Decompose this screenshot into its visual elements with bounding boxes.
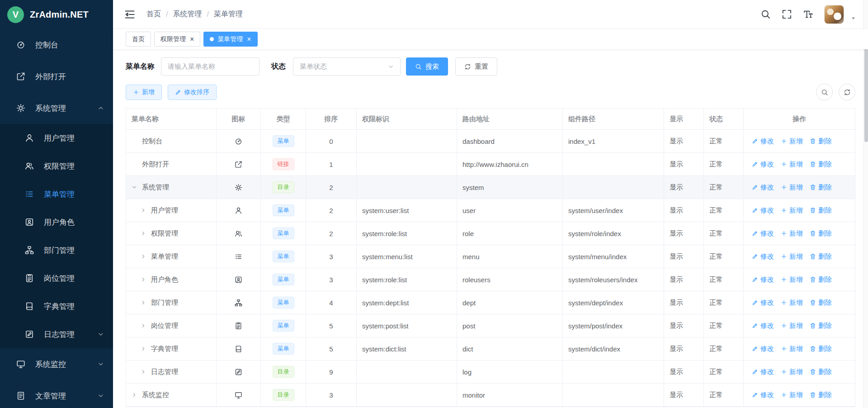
delete-link[interactable]: 删除 [810, 275, 832, 284]
sidebar-item-article[interactable]: 文章管理 [0, 380, 113, 408]
tab-role[interactable]: 权限管理× [154, 32, 200, 47]
edit-link[interactable]: 修改 [752, 275, 774, 284]
table-row[interactable]: 用户角色菜单3system:role:listroleuserssystem/r… [126, 268, 855, 291]
table-row[interactable]: 系统管理目录2system显示正常修改新增删除 [126, 176, 855, 199]
delete-link[interactable]: 删除 [810, 322, 832, 330]
add-link[interactable]: 新增 [781, 206, 803, 215]
sidebar-item-user[interactable]: 用户管理 [0, 124, 113, 152]
chevron-up-icon [98, 105, 104, 111]
sidebar-item-dict[interactable]: 字典管理 [0, 292, 113, 320]
collapse-menu-icon[interactable] [124, 9, 136, 20]
search-button[interactable]: 搜索 [406, 57, 448, 76]
delete-link[interactable]: 删除 [810, 183, 832, 192]
toggle-search-button[interactable] [816, 84, 833, 100]
add-link[interactable]: 新增 [781, 391, 803, 399]
add-link[interactable]: 新增 [781, 368, 803, 376]
add-link[interactable]: 新增 [781, 160, 803, 169]
add-button[interactable]: 新增 [126, 85, 162, 100]
breadcrumb-item[interactable]: 菜单管理 [214, 9, 243, 19]
table-row[interactable]: 岗位管理菜单5system:post:listpostsystem/post/i… [126, 314, 855, 337]
sidebar-item-post[interactable]: 岗位管理 [0, 264, 113, 292]
pencil-icon [175, 89, 181, 95]
edit-link[interactable]: 修改 [752, 137, 774, 146]
table-row[interactable]: 菜单管理菜单3system:menu:listmenusystem/menu/i… [126, 245, 855, 268]
delete-link[interactable]: 删除 [810, 299, 832, 307]
add-link[interactable]: 新增 [781, 137, 803, 146]
table-row[interactable]: 部门管理菜单4system:dept:listdeptsystem/dept/i… [126, 291, 855, 314]
add-link[interactable]: 新增 [781, 299, 803, 307]
delete-link[interactable]: 删除 [810, 368, 832, 376]
user-icon [25, 133, 34, 142]
expand-toggle[interactable] [141, 254, 151, 259]
font-size-icon[interactable] [803, 9, 813, 19]
expand-toggle[interactable] [141, 346, 151, 351]
sidebar-item-system[interactable]: 系统管理 [0, 92, 113, 124]
reset-button[interactable]: 重置 [455, 57, 497, 76]
avatar[interactable] [824, 5, 844, 24]
table-row[interactable]: 字典管理菜单5system:dict:listdictsystem/dict/i… [126, 337, 855, 361]
delete-link[interactable]: 删除 [810, 345, 832, 353]
menu-name-input[interactable]: 请输入菜单名称 [161, 57, 259, 76]
expand-toggle[interactable] [132, 185, 142, 190]
page-scrollbar[interactable] [863, 0, 868, 408]
breadcrumb-item[interactable]: 首页 [146, 9, 161, 19]
expand-toggle[interactable] [141, 300, 151, 305]
add-link[interactable]: 新增 [781, 252, 803, 261]
close-icon[interactable]: × [247, 36, 251, 43]
table-row[interactable]: 日志管理目录9log显示正常修改新增删除 [126, 361, 855, 384]
table-row[interactable]: 控制台菜单0dashboardindex_v1显示正常修改新增删除 [126, 130, 855, 153]
edit-link[interactable]: 修改 [752, 229, 774, 238]
add-link[interactable]: 新增 [781, 229, 803, 238]
expand-toggle[interactable] [141, 369, 151, 375]
sidebar-item-monitor[interactable]: 系统监控 [0, 348, 113, 380]
delete-link[interactable]: 删除 [810, 252, 832, 261]
table-row[interactable]: 系统监控目录3monitor显示正常修改新增删除 [126, 384, 855, 407]
edit-link[interactable]: 修改 [752, 252, 774, 261]
visible-cell: 显示 [664, 245, 704, 268]
edit-sort-button[interactable]: 修改排序 [168, 85, 217, 100]
add-link[interactable]: 新增 [781, 183, 803, 192]
breadcrumb-item[interactable]: 系统管理 [173, 9, 202, 19]
edit-link[interactable]: 修改 [752, 368, 774, 376]
add-link[interactable]: 新增 [781, 322, 803, 330]
sidebar-item-roleusers[interactable]: 用户角色 [0, 208, 113, 236]
sidebar-item-role[interactable]: 权限管理 [0, 152, 113, 180]
expand-toggle[interactable] [141, 323, 151, 328]
chevron-down-icon[interactable] [850, 15, 856, 21]
edit-link[interactable]: 修改 [752, 183, 774, 192]
edit-link[interactable]: 修改 [752, 160, 774, 169]
sidebar-submenu-system: 用户管理权限管理菜单管理用户角色部门管理岗位管理字典管理日志管理 [0, 124, 113, 348]
expand-toggle[interactable] [141, 208, 151, 213]
add-link[interactable]: 新增 [781, 275, 803, 284]
expand-toggle[interactable] [132, 392, 142, 398]
tab-home[interactable]: 首页 [126, 32, 151, 47]
edit-link[interactable]: 修改 [752, 206, 774, 215]
table-row[interactable]: 外部打开链接1http://www.izhaorui.cn显示正常修改新增删除 [126, 153, 855, 176]
close-icon[interactable]: × [190, 36, 194, 43]
edit-link[interactable]: 修改 [752, 299, 774, 307]
fullscreen-icon[interactable] [782, 9, 792, 19]
refresh-table-button[interactable] [839, 84, 855, 100]
search-icon[interactable] [760, 9, 771, 19]
sidebar-item-log[interactable]: 日志管理 [0, 320, 113, 348]
edit-link[interactable]: 修改 [752, 322, 774, 330]
sidebar-item-menu[interactable]: 菜单管理 [0, 180, 113, 208]
status-select[interactable]: 菜单状态 [293, 57, 401, 76]
delete-link[interactable]: 删除 [810, 229, 832, 238]
app-logo[interactable]: V ZrAdmin.NET [0, 0, 113, 29]
table-row[interactable]: 用户管理菜单2system:user:listusersystem/user/i… [126, 199, 855, 222]
sidebar-item-dept[interactable]: 部门管理 [0, 236, 113, 264]
tab-menu[interactable]: 菜单管理× [203, 32, 257, 47]
add-link[interactable]: 新增 [781, 345, 803, 353]
expand-toggle[interactable] [141, 231, 151, 236]
delete-link[interactable]: 删除 [810, 391, 832, 399]
sidebar-item-external[interactable]: 外部打开 [0, 61, 113, 92]
delete-link[interactable]: 删除 [810, 206, 832, 215]
expand-toggle[interactable] [141, 277, 151, 282]
table-row[interactable]: 权限管理菜单2system:role:listrolesystem/role/i… [126, 222, 855, 245]
edit-link[interactable]: 修改 [752, 345, 774, 353]
delete-link[interactable]: 删除 [810, 137, 832, 146]
edit-link[interactable]: 修改 [752, 391, 774, 399]
sidebar-item-dashboard[interactable]: 控制台 [0, 29, 113, 61]
delete-link[interactable]: 删除 [810, 160, 832, 169]
